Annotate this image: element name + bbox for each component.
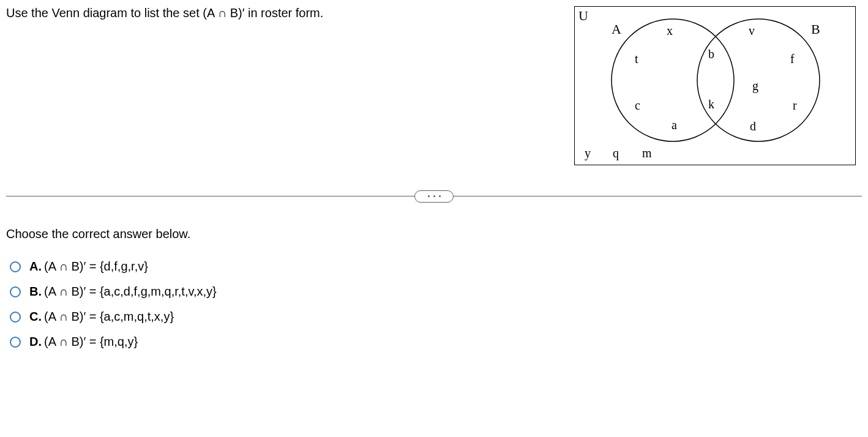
option-d[interactable]: D.(A ∩ B)′ = {m,q,y}	[10, 335, 862, 349]
section-divider	[6, 196, 862, 196]
option-label: B.(A ∩ B)′ = {a,c,d,f,g,m,q,r,t,v,x,y}	[29, 285, 217, 299]
venn-element: v	[749, 24, 755, 38]
choose-prompt: Choose the correct answer below.	[6, 227, 862, 241]
option-b[interactable]: B.(A ∩ B)′ = {a,c,d,f,g,m,q,r,t,v,x,y}	[10, 285, 862, 299]
radio-icon[interactable]	[10, 312, 21, 323]
venn-element: g	[752, 79, 758, 93]
venn-element: f	[790, 52, 795, 66]
venn-element: k	[708, 97, 714, 111]
radio-icon[interactable]	[10, 261, 21, 272]
venn-element: m	[642, 146, 652, 160]
option-a[interactable]: A.(A ∩ B)′ = {d,f,g,r,v}	[10, 260, 862, 274]
venn-element: q	[613, 146, 619, 160]
option-c[interactable]: C.(A ∩ B)′ = {a,c,m,q,t,x,y}	[10, 310, 862, 324]
expand-button[interactable]	[414, 190, 454, 203]
venn-element: t	[635, 52, 638, 66]
venn-element: y	[585, 146, 591, 160]
option-label: D.(A ∩ B)′ = {m,q,y}	[29, 335, 138, 349]
venn-element: a	[672, 118, 677, 132]
radio-icon[interactable]	[10, 286, 21, 297]
set-a-label: A	[612, 21, 621, 37]
venn-diagram: U A B x t c a v f g r d b k y q m	[574, 6, 856, 165]
option-label: A.(A ∩ B)′ = {d,f,g,r,v}	[29, 260, 148, 274]
universe-label: U	[578, 8, 588, 24]
options-list: A.(A ∩ B)′ = {d,f,g,r,v} B.(A ∩ B)′ = {a…	[6, 260, 862, 349]
venn-element: x	[667, 24, 673, 38]
svg-point-1	[697, 19, 820, 141]
venn-element: b	[708, 47, 714, 61]
option-label: C.(A ∩ B)′ = {a,c,m,q,t,x,y}	[29, 310, 174, 324]
venn-element: r	[793, 99, 797, 113]
set-b-label: B	[811, 21, 820, 37]
venn-element: c	[635, 99, 640, 113]
venn-element: d	[750, 119, 756, 133]
radio-icon[interactable]	[10, 337, 21, 348]
question-text: Use the Venn diagram to list the set (A …	[6, 6, 574, 20]
